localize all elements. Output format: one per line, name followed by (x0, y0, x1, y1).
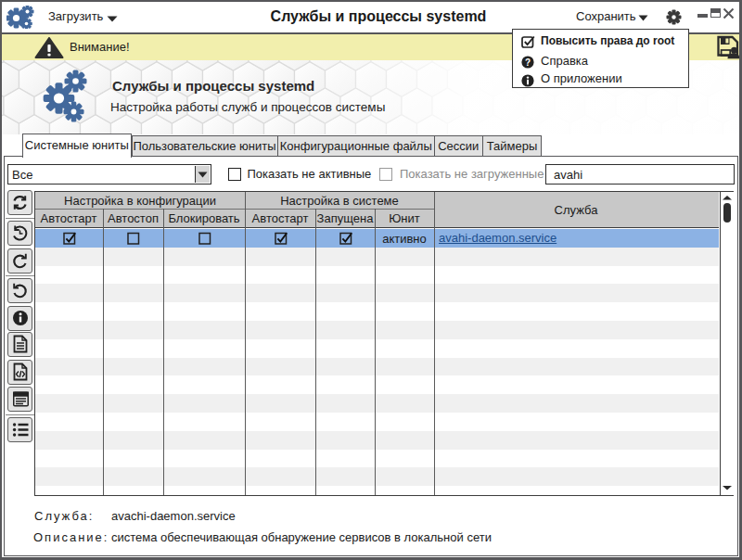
svg-text:?: ? (525, 57, 531, 68)
